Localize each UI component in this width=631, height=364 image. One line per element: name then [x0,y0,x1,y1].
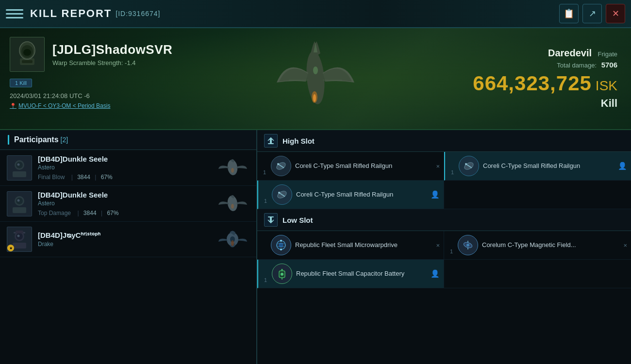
slot-remove-button[interactable]: × [436,163,440,170]
svg-point-9 [313,66,318,74]
svg-point-23 [231,204,234,209]
participant-ship-image [216,192,249,216]
ship-name: Daredevil [548,48,592,58]
slot-item-icon [458,235,478,255]
slot-item-icon [271,156,291,176]
ship-type: Frigate [598,50,617,58]
slot-item[interactable]: 1 Coreli C-Type Small Rifled Railgun 👤 [257,181,444,209]
low-slot-grid: Republic Fleet Small Microwarpdrive × 1 … [257,231,631,288]
slot-remove-button[interactable]: × [436,242,440,249]
participant-name: [DB4D]Dunkle Seele [38,155,216,163]
slot-item-icon [272,264,292,284]
slot-item[interactable]: 1 Corelum C-Type Magnetic Field... × [444,231,631,260]
slot-item[interactable]: 1 Coreli C-Type Small Rifled Railgun × [257,152,444,181]
svg-point-41 [465,163,467,165]
export-button[interactable]: ↗ [582,4,602,23]
participant-ship: Drake [38,241,216,248]
copy-button[interactable]: 📋 [559,4,579,23]
hero-right: Daredevil Frigate Total damage: 5706 664… [459,28,631,129]
participant-item[interactable]: ★ [DB4D]JᴓyCʰʳⁱˢᵗᵒᵖʰ Drake [0,222,256,257]
low-slot-label: Low Slot [282,216,313,224]
participant-stats: Final Blow | 3844 | 67% [38,174,216,181]
low-slot-header: Low Slot [257,209,631,231]
participant-ship: Astero [38,164,216,171]
slot-empty [444,181,631,209]
svg-point-17 [231,168,234,173]
svg-rect-4 [22,60,33,63]
isk-row: 664,323,725 ISK [473,69,617,95]
slot-item[interactable]: Republic Fleet Small Microwarpdrive × [257,231,444,260]
slot-remove-button[interactable]: × [623,242,627,249]
svg-rect-46 [268,216,274,217]
slot-item[interactable]: 1 Republic Fleet Small Capacitor Battery… [257,260,444,288]
svg-point-2 [23,49,31,56]
participant-item[interactable]: [DB4D]Dunkle Seele Astero Top Damage | 3… [0,186,256,222]
svg-rect-33 [268,143,274,144]
svg-point-37 [277,163,279,165]
slot-item-name: Republic Fleet Small Microwarpdrive [295,241,438,249]
low-slot-icon [264,213,278,227]
menu-icon[interactable] [6,5,23,22]
stat1: 3844 [83,210,97,216]
slot-item-name: Coreli C-Type Small Rifled Railgun [296,191,438,199]
header-id: [ID:9316674] [116,10,160,17]
slot-number: 1 [451,169,456,176]
total-damage-label: Total damage: [557,62,597,69]
header-actions: 📋 ↗ ✕ [559,4,625,23]
participant-name: [DB4D]JᴓyCʰʳⁱˢᵗᵒᵖʰ [38,231,216,240]
slot-number: 1 [263,169,268,176]
participant-name: [DB4D]Dunkle Seele [38,191,216,199]
isk-value: 664,323,725 [473,72,592,95]
slot-number: 1 [264,198,269,205]
player-avatar [10,37,45,72]
hero-avatar-row: [JDLG]ShadowSVR Warp Scramble Strength: … [10,37,194,72]
damage-label-row: Total damage: 5706 [557,61,617,69]
high-slot-grid: 1 Coreli C-Type Small Rifled Railgun × 1 [257,152,631,209]
participant-avatar [7,155,32,181]
slot-item[interactable]: 1 Coreli C-Type Small Rifled Railgun 👤 [444,152,631,181]
svg-point-54 [466,244,469,247]
svg-point-59 [281,273,283,276]
hero-ship [262,39,369,118]
warp-scramble: Warp Scramble Strength: -1.4 [52,59,172,66]
participants-header: Participants [2] [0,130,256,150]
header-title: KILL REPORT [30,7,112,20]
player-name: [JDLG]ShadowSVR [52,42,172,57]
svg-rect-27 [13,243,26,248]
participant-item[interactable]: [DB4D]Dunkle Seele Astero Final Blow | 3… [0,150,256,186]
participant-avatar [7,191,32,216]
slots-panel: High Slot 1 Coreli C-Type Small Rifled R… [257,130,631,364]
slot-number [263,254,268,255]
slot-item-name: Coreli C-Type Small Rifled Railgun [483,162,625,170]
participant-avatar: ★ [7,227,32,252]
svg-point-51 [280,248,282,250]
slot-item-name: Corelum C-Type Magnetic Field... [482,241,625,249]
svg-point-8 [313,94,316,102]
high-slot-header: High Slot [257,130,631,152]
svg-point-14 [17,163,20,165]
close-button[interactable]: ✕ [606,4,625,23]
slot-empty [444,260,631,288]
kill-result: Kill [601,97,617,110]
participant-ship-image [216,227,249,251]
participant-ship-image [216,156,249,180]
stat1: 3844 [77,174,90,181]
kill-location[interactable]: MVUO-F < OY3-OM < Period Basis [10,102,194,109]
slot-item-icon [271,235,291,255]
slot-item-name: Coreli C-Type Small Rifled Railgun [295,162,438,170]
participants-panel: Participants [2] [DB4D]Dunkle Seele Aste… [0,130,257,364]
svg-rect-21 [13,207,26,213]
stat-label: Final Blow [38,174,65,181]
slot-owner-icon: 👤 [618,162,627,170]
svg-rect-15 [13,171,26,177]
ship-name-row: Daredevil Frigate [548,48,617,59]
stat-label: Top Damage [38,210,71,216]
svg-rect-29 [16,231,23,233]
participant-ship: Astero [38,200,216,207]
stat2: 67% [101,174,113,181]
svg-point-32 [231,240,234,246]
hero-player-info: [JDLG]ShadowSVR Warp Scramble Strength: … [52,42,172,66]
svg-point-26 [17,235,20,237]
stat2: 67% [107,210,118,216]
slot-owner-icon: 👤 [431,269,440,278]
